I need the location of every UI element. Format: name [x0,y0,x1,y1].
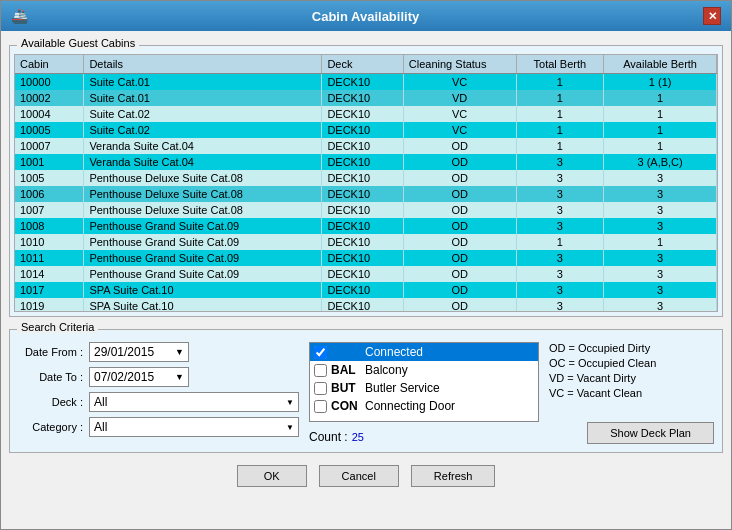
refresh-button[interactable]: Refresh [411,465,496,487]
table-row[interactable]: 1007 Penthouse Deluxe Suite Cat.08 DECK1… [15,202,717,218]
show-deck-plan-button[interactable]: Show Deck Plan [587,422,714,444]
list-item-code: BAL [331,363,361,377]
filter-listbox[interactable]: ConnectedBALBalconyBUTButler ServiceCONC… [309,342,539,422]
list-item-code: BUT [331,381,361,395]
legend-item-oc: OC = Occupied Clean [549,357,714,369]
cell-deck: DECK10 [322,298,403,312]
table-row[interactable]: 1019 SPA Suite Cat.10 DECK10 OD 3 3 [15,298,717,312]
table-row[interactable]: 1006 Penthouse Deluxe Suite Cat.08 DECK1… [15,186,717,202]
date-from-row: Date From : 29/01/2015 ▼ [18,342,299,362]
list-item-checkbox[interactable] [314,346,327,359]
list-item[interactable]: BALBalcony [310,361,538,379]
cell-available: 3 [604,250,717,266]
titlebar: 🚢 Cabin Availability ✕ [1,1,731,31]
date-from-dropdown-icon[interactable]: ▼ [175,347,184,357]
table-row[interactable]: 1017 SPA Suite Cat.10 DECK10 OD 3 3 [15,282,717,298]
table-row[interactable]: 1008 Penthouse Grand Suite Cat.09 DECK10… [15,218,717,234]
cell-cleaning: OD [403,298,516,312]
cell-details: Suite Cat.01 [84,74,322,91]
cell-total: 1 [516,234,604,250]
cell-details: Suite Cat.01 [84,90,322,106]
cell-cabin: 10000 [15,74,84,91]
filter-section: ConnectedBALBalconyBUTButler ServiceCONC… [309,342,539,444]
deck-dropdown-icon: ▼ [286,398,294,407]
table-row[interactable]: 10005 Suite Cat.02 DECK10 VC 1 1 [15,122,717,138]
cell-deck: DECK10 [322,106,403,122]
cabins-panel: Available Guest Cabins Cabin Details Dec… [9,45,723,317]
date-from-input[interactable]: 29/01/2015 ▼ [89,342,189,362]
cancel-button[interactable]: Cancel [319,465,399,487]
category-dropdown-icon: ▼ [286,423,294,432]
col-header-total: Total Berth [516,55,604,74]
ok-button[interactable]: OK [237,465,307,487]
cell-cabin: 1005 [15,170,84,186]
date-to-label: Date To : [18,371,83,383]
cell-cleaning: VC [403,74,516,91]
category-value: All [94,420,107,434]
cell-cabin: 10005 [15,122,84,138]
cabins-panel-title: Available Guest Cabins [17,37,139,49]
col-header-deck: Deck [322,55,403,74]
cell-total: 1 [516,138,604,154]
list-item-checkbox[interactable] [314,400,327,413]
table-row[interactable]: 10000 Suite Cat.01 DECK10 VC 1 1 (1) [15,74,717,91]
deck-dropdown[interactable]: All ▼ [89,392,299,412]
cell-deck: DECK10 [322,90,403,106]
cell-available: 3 (A,B,C) [604,154,717,170]
cell-available: 1 [604,90,717,106]
list-item[interactable]: Connected [310,343,538,361]
date-to-input[interactable]: 07/02/2015 ▼ [89,367,189,387]
cell-cleaning: OD [403,282,516,298]
cell-details: Penthouse Grand Suite Cat.09 [84,218,322,234]
cell-total: 3 [516,186,604,202]
category-dropdown[interactable]: All ▼ [89,417,299,437]
table-row[interactable]: 1010 Penthouse Grand Suite Cat.09 DECK10… [15,234,717,250]
cell-deck: DECK10 [322,282,403,298]
cell-details: Suite Cat.02 [84,106,322,122]
list-item-label: Connecting Door [365,399,455,413]
cell-details: Suite Cat.02 [84,122,322,138]
cell-available: 3 [604,218,717,234]
table-row[interactable]: 1005 Penthouse Deluxe Suite Cat.08 DECK1… [15,170,717,186]
cell-deck: DECK10 [322,122,403,138]
cell-total: 3 [516,202,604,218]
cell-cleaning: OD [403,154,516,170]
table-row[interactable]: 1014 Penthouse Grand Suite Cat.09 DECK10… [15,266,717,282]
table-row[interactable]: 10002 Suite Cat.01 DECK10 VD 1 1 [15,90,717,106]
cell-cleaning: OD [403,186,516,202]
date-to-dropdown-icon[interactable]: ▼ [175,372,184,382]
cell-cleaning: OD [403,250,516,266]
cell-cabin: 1006 [15,186,84,202]
cabins-table-wrapper[interactable]: Cabin Details Deck Cleaning Status Total… [14,54,718,312]
cell-cabin: 1014 [15,266,84,282]
cell-cleaning: OD [403,138,516,154]
list-item-checkbox[interactable] [314,382,327,395]
window-icon: 🚢 [11,8,28,24]
cell-cabin: 10007 [15,138,84,154]
cell-cabin: 1008 [15,218,84,234]
cell-cleaning: VC [403,122,516,138]
list-item[interactable]: CONConnecting Door [310,397,538,415]
date-from-label: Date From : [18,346,83,358]
table-row[interactable]: 10007 Veranda Suite Cat.04 DECK10 OD 1 1 [15,138,717,154]
table-row[interactable]: 1001 Veranda Suite Cat.04 DECK10 OD 3 3 … [15,154,717,170]
close-button[interactable]: ✕ [703,7,721,25]
table-row[interactable]: 10004 Suite Cat.02 DECK10 VC 1 1 [15,106,717,122]
legend-item-vd: VD = Vacant Dirty [549,372,714,384]
cell-total: 1 [516,90,604,106]
search-panel-title: Search Criteria [17,321,98,333]
cell-available: 3 [604,298,717,312]
cell-cabin: 10004 [15,106,84,122]
cell-total: 1 [516,74,604,91]
cell-deck: DECK10 [322,250,403,266]
cell-deck: DECK10 [322,154,403,170]
date-to-row: Date To : 07/02/2015 ▼ [18,367,299,387]
table-row[interactable]: 1011 Penthouse Grand Suite Cat.09 DECK10… [15,250,717,266]
list-item[interactable]: BUTButler Service [310,379,538,397]
cell-total: 3 [516,170,604,186]
count-value: 25 [352,431,364,443]
content-area: Available Guest Cabins Cabin Details Dec… [1,31,731,529]
cell-deck: DECK10 [322,218,403,234]
list-item-checkbox[interactable] [314,364,327,377]
deck-label: Deck : [18,396,83,408]
